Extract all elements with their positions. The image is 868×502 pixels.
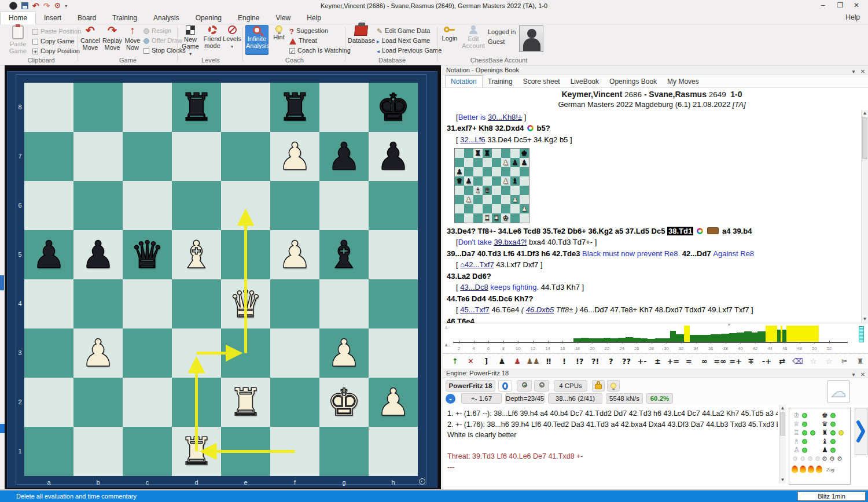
- board-square-f1[interactable]: [270, 427, 319, 476]
- board-square-e5[interactable]: [221, 230, 270, 279]
- piece-br-c8[interactable]: ♜: [473, 149, 483, 158]
- move-text[interactable]: 33.De4? Tf8+- 34.Le6 Tcd8 35.Te2 Db6+ 36…: [447, 227, 667, 235]
- minimize-button[interactable]: –: [815, 0, 831, 10]
- chart-scroll-thumb[interactable]: [859, 326, 864, 342]
- zoom-in-button[interactable]: +: [517, 380, 532, 392]
- board-square-d3[interactable]: [483, 195, 492, 204]
- board-square-e3[interactable]: [492, 195, 501, 204]
- levels-button[interactable]: Levels ▾: [223, 25, 241, 55]
- board-square-c3[interactable]: [123, 328, 172, 378]
- piece-bb-g5[interactable]: ♝: [510, 176, 520, 186]
- restore-button[interactable]: ❐: [832, 0, 848, 10]
- board-square-a3[interactable]: [455, 195, 464, 204]
- board-square-f3[interactable]: [270, 328, 319, 378]
- annotation-symbol[interactable]: ✕: [463, 357, 479, 366]
- piece-wp-g3[interactable]: ♟: [319, 328, 369, 378]
- eval-bar[interactable]: [700, 335, 711, 342]
- piece-wk-f1[interactable]: ♚: [501, 213, 510, 223]
- board-square-b1[interactable]: [73, 427, 123, 476]
- annotation-symbol[interactable]: ?!: [587, 357, 603, 366]
- board-square-h6[interactable]: [369, 181, 418, 230]
- board-square-h6[interactable]: [520, 167, 529, 176]
- coach-is-watching-checkbox[interactable]: ✓Coach Is Watching: [289, 46, 351, 55]
- piece-bb-g5[interactable]: ♝: [319, 230, 369, 279]
- piece-wp-f5[interactable]: ♟: [501, 176, 510, 186]
- board-square-g8[interactable]: [510, 149, 520, 158]
- board-square-e5[interactable]: [492, 176, 501, 186]
- load-previous-game-button[interactable]: ◂Load Previous Game: [377, 46, 442, 55]
- move-text[interactable]: 46...Dd7 47.Te8+ Kh7 48.Dxd7 Tdxd7 49.Lx…: [578, 305, 753, 314]
- board-square-h3[interactable]: [369, 328, 418, 378]
- board-square-g6[interactable]: [319, 181, 369, 230]
- move-text[interactable]: 44.Td3 Kh7 ]: [539, 283, 584, 291]
- board-square-d5[interactable]: [483, 176, 492, 186]
- board-square-a3[interactable]: [24, 328, 73, 378]
- board-square-g4[interactable]: [319, 279, 369, 328]
- board-square-f4[interactable]: [270, 279, 319, 328]
- piece-br-d8[interactable]: ♜: [172, 83, 221, 132]
- board-square-a8[interactable]: [455, 149, 464, 158]
- ribbon-tab-analysis[interactable]: Analysis: [145, 12, 187, 25]
- ribbon-tab-board[interactable]: Board: [69, 12, 104, 25]
- piece-wp-f7[interactable]: ♟: [501, 158, 510, 167]
- eval-bar[interactable]: [581, 338, 589, 342]
- piece-wp-f7[interactable]: ♟: [270, 132, 319, 181]
- eval-bar[interactable]: [757, 331, 766, 342]
- board-square-c3[interactable]: [473, 195, 483, 204]
- board-square-c7[interactable]: [123, 132, 172, 181]
- board-square-b4[interactable]: [464, 186, 473, 195]
- board-square-a7[interactable]: [455, 158, 464, 167]
- eval-bar[interactable]: [690, 335, 700, 342]
- move-text[interactable]: 31.exf7+ Kh8 32.Dxd4: [447, 124, 526, 132]
- tab-my-moves[interactable]: My Moves: [662, 76, 704, 88]
- move-text[interactable]: 46.Dxb5: [526, 305, 554, 314]
- engine-scrollbar[interactable]: ▲▼: [779, 405, 786, 483]
- ribbon-tab-help[interactable]: Help: [299, 12, 329, 25]
- eval-bar[interactable]: [766, 326, 777, 342]
- move-text[interactable]: 46.T6e4: [447, 317, 475, 323]
- move-text[interactable]: 46.T6e4: [490, 305, 521, 314]
- move-text[interactable]: ]: [522, 113, 526, 121]
- board-square-d2[interactable]: [172, 378, 221, 427]
- eval-bar[interactable]: [786, 326, 819, 342]
- piece-bq-a5[interactable]: ♛: [455, 176, 464, 186]
- edit-game-data-button[interactable]: ✎Edit Game Data: [377, 27, 430, 35]
- piece-bk-h8[interactable]: ♚: [520, 149, 529, 158]
- annotation-symbol[interactable]: -+: [759, 357, 774, 366]
- piece-wr-e1[interactable]: ♜: [492, 213, 501, 223]
- dock-handle[interactable]: [0, 275, 4, 290]
- board-square-c1[interactable]: [123, 427, 172, 476]
- board-square-g4[interactable]: [510, 186, 520, 195]
- board-square-c4[interactable]: [123, 279, 172, 328]
- move-text[interactable]: 38.Td1: [667, 227, 693, 235]
- close-button[interactable]: ✕: [848, 0, 865, 10]
- board-square-h1[interactable]: [369, 427, 418, 476]
- cpus-button[interactable]: 4 CPUs: [554, 380, 587, 392]
- move-text[interactable]: 39.bxa4?!: [494, 238, 527, 246]
- piece-bp-g7[interactable]: ♟: [319, 132, 369, 181]
- piece-bp-g7[interactable]: ♟: [510, 158, 520, 167]
- board-square-a1[interactable]: [24, 427, 73, 476]
- board-square-e6[interactable]: [221, 181, 270, 230]
- board-square-e4[interactable]: [492, 186, 501, 195]
- piece-wp-b3[interactable]: ♟: [464, 195, 473, 204]
- board-square-e2[interactable]: [492, 204, 501, 213]
- edit-account-button[interactable]: Edit Account: [461, 25, 486, 55]
- piece-wp-b3[interactable]: ♟: [73, 328, 123, 378]
- annotation-symbol[interactable]: !?: [572, 357, 587, 366]
- board-square-c2[interactable]: [123, 378, 172, 427]
- tab-score-sheet[interactable]: Score sheet: [518, 76, 565, 88]
- annotation-symbol[interactable]: !: [556, 357, 572, 366]
- eval-bar[interactable]: [711, 334, 722, 342]
- board-square-b6[interactable]: [73, 181, 123, 230]
- move-text[interactable]: 32...Lf6: [460, 135, 485, 144]
- engine-select-button[interactable]: PowerFritz 18: [446, 380, 495, 392]
- new-game-button[interactable]: New Game ▾: [180, 25, 201, 55]
- board-square-e8[interactable]: [221, 83, 270, 132]
- board-square-b2[interactable]: [464, 204, 473, 213]
- tab-notation[interactable]: Notation: [445, 75, 483, 87]
- annotation-symbol[interactable]: ⇄: [774, 357, 790, 366]
- eval-bar[interactable]: [596, 338, 604, 342]
- board-square-b2[interactable]: [73, 378, 123, 427]
- rotate-board-icon[interactable]: [419, 478, 425, 485]
